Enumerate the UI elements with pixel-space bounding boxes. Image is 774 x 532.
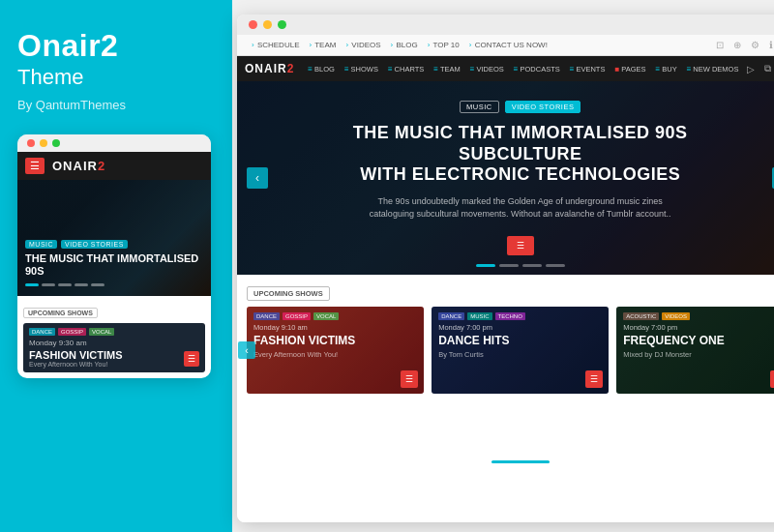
nav-main-team[interactable]: ≡ TEAM: [430, 65, 464, 74]
desktop-hero: ‹ MUSIC VIDEO STORIES THE MUSIC THAT IMM…: [237, 81, 774, 275]
hero-prev-button[interactable]: ‹: [247, 167, 268, 189]
show3-menu-button[interactable]: ☰: [770, 370, 774, 388]
show1-tag-gossip: GOSSIP: [283, 312, 311, 320]
nav-main-videos[interactable]: ≡ VIDEOS: [466, 65, 508, 74]
show3-tag-videos: VIDEOS: [662, 312, 690, 320]
bottom-accent-line: [491, 460, 550, 463]
mobile-hero-content: MUSIC VIDEO STORIES THE MUSIC THAT IMMOR…: [17, 232, 211, 297]
mobile-hero: MUSIC VIDEO STORIES THE MUSIC THAT IMMOR…: [17, 180, 211, 296]
desktop-shows-section: UPCOMING SHOWS ‹ DANCE GOSSIP VOCAL Mond…: [237, 275, 774, 401]
nav-contact[interactable]: › CONTACT US NOW!: [464, 41, 552, 49]
app-author: By QantumThemes: [17, 98, 126, 112]
nav-copy-icon[interactable]: ⧉: [761, 63, 774, 74]
show2-subtitle: By Tom Curtis: [438, 350, 602, 359]
mobile-slide-dots: [25, 283, 203, 286]
mobile-show-menu-icon[interactable]: ☰: [184, 351, 199, 367]
show1-subtitle: Every Afternoon With You!: [253, 350, 417, 359]
mobile-show-subtitle: Every Afternoon With You!: [29, 361, 199, 368]
shows-prev-button[interactable]: ‹: [238, 341, 255, 359]
mobile-show-title: FASHION VICTIMS: [29, 349, 199, 361]
desktop-hero-content: MUSIC VIDEO STORIES THE MUSIC THAT IMMOR…: [237, 101, 774, 255]
nav-main-podcasts[interactable]: ≡ PODCASTS: [510, 65, 564, 74]
show3-title: FREQUENCY ONE: [623, 335, 774, 348]
desktop-hero-button[interactable]: ☰: [507, 236, 534, 255]
desktop-dot-red: [249, 20, 257, 29]
nav-main-pages[interactable]: ■ PAGES: [610, 65, 649, 74]
desktop-dot-green: [278, 20, 286, 29]
mobile-hero-title: THE MUSIC THAT IMMORTALISED 90S: [25, 252, 203, 280]
show1-title: FASHION VICTIMS: [253, 335, 417, 348]
show-card-2: DANCE MUSIC TECHNO Monday 7:00 pm DANCE …: [432, 307, 609, 394]
show1-tag-dance: DANCE: [253, 312, 280, 320]
nav-main-events[interactable]: ≡ EVENTS: [566, 65, 610, 74]
mobile-logo: ONAIR2: [52, 159, 105, 173]
nav-play-icon[interactable]: ▷: [744, 64, 758, 74]
show2-time: Monday 7:00 pm: [438, 323, 602, 332]
show3-tag-acoustic: ACOUSTIC: [623, 312, 659, 320]
nav-main-blog[interactable]: ≡ BLOG: [304, 65, 339, 74]
mobile-top-bar: [17, 134, 211, 152]
show2-title: DANCE HITS: [438, 335, 602, 348]
tag-video-stories: VIDEO STORIES: [61, 240, 128, 249]
mobile-show-tags: DANCE GOSSIP VOCAL: [29, 328, 199, 336]
show-card-1: DANCE GOSSIP VOCAL Monday 9:10 am FASHIO…: [247, 307, 424, 394]
tag-music: MUSIC: [25, 240, 57, 249]
mobile-nav: ☰ ONAIR2: [17, 152, 211, 180]
mobile-show-time: Monday 9:30 am: [29, 339, 199, 347]
app-title: Onair2: [17, 29, 118, 63]
mobile-mockup: ☰ ONAIR2 MUSIC VIDEO STORIES THE MUSIC T…: [17, 134, 211, 378]
dot-red: [27, 139, 35, 147]
nav-main-shows[interactable]: ≡ SHOWS: [341, 65, 382, 74]
desktop-top-bar: [237, 15, 774, 35]
tag-music-desktop: MUSIC: [460, 101, 499, 113]
show-card-3: ACOUSTIC VIDEOS Monday 7:00 pm FREQUENCY…: [616, 307, 774, 394]
show1-tag-vocal: VOCAL: [313, 312, 339, 320]
dot-yellow: [40, 139, 47, 147]
nav-main-demos[interactable]: ≡ NEW DEMOS: [683, 65, 743, 74]
nav-main-charts[interactable]: ≡ CHARTS: [384, 65, 428, 74]
icon-share[interactable]: ⊡: [713, 40, 727, 50]
show2-tag-techno: TECHNO: [495, 312, 525, 320]
desktop-bottom-strip: [237, 401, 774, 522]
desktop-hero-title: THE MUSIC THAT IMMORTALISED 90S SUBCULTU…: [295, 123, 745, 186]
dot-green: [52, 139, 60, 147]
show1-menu-button[interactable]: ☰: [401, 370, 418, 388]
nav-top10[interactable]: › TOP 10: [423, 41, 464, 49]
tag-video-stories-desktop: VIDEO STORIES: [505, 101, 581, 113]
mobile-shows-section: UPCOMING SHOWS DANCE GOSSIP VOCAL Monday…: [17, 296, 211, 378]
show3-subtitle: Mixed by DJ Monster: [623, 350, 774, 359]
show3-time: Monday 7:00 pm: [623, 323, 774, 332]
show2-tag-dance: DANCE: [438, 312, 464, 320]
mobile-shows-badge: UPCOMING SHOWS: [23, 308, 98, 318]
shows-badge: UPCOMING SHOWS: [247, 286, 330, 301]
desktop-logo: ONAIR2: [245, 62, 294, 75]
icon-settings[interactable]: ⚙: [748, 40, 762, 50]
hamburger-icon[interactable]: ☰: [25, 158, 45, 174]
desktop-hero-desc: The 90s undoubtedly marked the Golden Ag…: [356, 195, 685, 222]
desktop-mockup: › SCHEDULE › TEAM › VIDEOS › BLOG › TOP …: [237, 15, 774, 522]
desktop-secondary-nav: › SCHEDULE › TEAM › VIDEOS › BLOG › TOP …: [237, 35, 774, 56]
mobile-show-card: DANCE GOSSIP VOCAL Monday 9:30 am FASHIO…: [23, 323, 205, 372]
desktop-main-nav: ONAIR2 ≡ BLOG ≡ SHOWS ≡ CHARTS ≡ TEAM ≡ …: [237, 56, 774, 81]
icon-info[interactable]: ℹ: [766, 40, 774, 50]
icon-rss[interactable]: ⊕: [730, 40, 744, 50]
nav-main-buy[interactable]: ≡ BUY: [652, 65, 681, 74]
desktop-dot-yellow: [263, 20, 272, 29]
show2-tag-music: MUSIC: [467, 312, 491, 320]
nav-team[interactable]: › TEAM: [304, 41, 341, 49]
show2-menu-button[interactable]: ☰: [585, 370, 603, 388]
left-panel: Onair2 Theme By QantumThemes ☰ ONAIR2 MU…: [0, 0, 232, 532]
app-subtitle: Theme: [17, 65, 83, 90]
desktop-slide-dots: [476, 264, 565, 267]
mobile-hero-tags: MUSIC VIDEO STORIES: [25, 240, 203, 249]
nav-videos[interactable]: › VIDEOS: [341, 41, 385, 49]
show1-time: Monday 9:10 am: [253, 323, 417, 332]
nav-blog[interactable]: › BLOG: [386, 41, 423, 49]
shows-grid: ‹ DANCE GOSSIP VOCAL Monday 9:10 am FASH…: [247, 307, 774, 394]
desktop-hero-tags: MUSIC VIDEO STORIES: [295, 101, 745, 113]
right-panel: › SCHEDULE › TEAM › VIDEOS › BLOG › TOP …: [232, 0, 774, 532]
nav-schedule[interactable]: › SCHEDULE: [247, 41, 304, 49]
